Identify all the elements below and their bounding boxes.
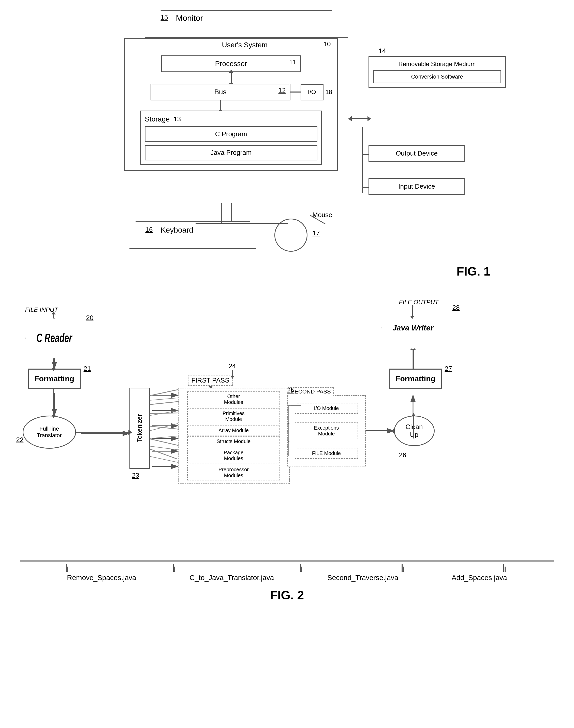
bottom-label-1: Remove_Spaces.java [67,574,136,582]
bus-num: 12 [279,86,286,94]
first-pass-label: FIRST PASS [188,375,233,386]
svg-line-23 [149,456,179,463]
users-system-box: User's System 10 Processor 11 [124,38,338,171]
storage-box: Storage 13 C Program Java Program [140,111,322,165]
storage-label: Storage [145,115,170,123]
io-label: I/O [308,88,316,95]
full-line-num: 22 [16,436,24,444]
page-container: 15 Monitor User's System 10 Processor 11 [10,10,564,602]
keyboard-num: 16 [146,226,153,233]
formatting-left-box: Formatting [28,369,81,389]
tokenizer-label: Tokenizer [135,414,144,442]
conversion-software-box: Conversion Software [373,70,501,83]
first-pass-box: OtherModules PrimitivesModule Array Modu… [178,388,290,484]
file-output-label: FILE OUTPUT [399,299,439,306]
full-line-translator-oval: Full-lineTranslator [23,416,76,448]
input-device-box: Input Device [369,178,465,195]
java-writer-num: 28 [452,304,460,312]
fig1-diagram: 15 Monitor User's System 10 Processor 11 [109,10,465,259]
users-system-label: User's System [222,41,268,49]
bottom-label-4: Add_Spaces.java [452,574,507,582]
bottom-label-3: Second_Traverse.java [327,574,398,582]
storage-num: 13 [173,115,181,123]
cleanup-label: CleanUp [406,423,423,439]
package-modules: PackageModules [187,447,280,463]
removable-storage-label: Removable Storage Medium [373,60,501,68]
svg-line-18 [149,398,179,400]
formatting-left-label: Formatting [34,375,74,383]
java-program-box: Java Program [145,145,317,160]
formatting-right-box: Formatting [389,369,442,389]
bus-box: Bus 12 [151,84,290,100]
structs-module: Structs Module [187,436,280,446]
fig2-bottom-labels: Remove_Spaces.java C_to_Java_Translator.… [20,574,554,582]
bus-label: Bus [214,88,227,96]
java-writer-diamond: Java Writer [381,306,445,349]
mouse-num: 17 [313,229,320,237]
second-pass-num: 25 [287,386,294,394]
removable-storage-num: 14 [379,47,386,55]
c-reader-num: 20 [86,314,93,322]
java-writer-label: Java Writer [393,324,434,332]
file-module: FILE Module [295,448,358,459]
monitor-shape: 15 Monitor [145,10,348,38]
fig1-container: 15 Monitor User's System 10 Processor 11 [58,10,516,279]
monitor-label: Monitor [176,13,203,23]
formatting-left-num: 21 [84,365,91,373]
full-line-translator-label: Full-lineTranslator [37,426,62,439]
other-modules: OtherModules [187,391,280,407]
processor-label: Processor [215,60,247,68]
primitives-module: PrimitivesModule [187,409,280,424]
svg-line-22 [149,446,179,450]
io-box: I/O [300,84,324,100]
c-reader-label: C Reader [36,331,72,345]
array-module: Array Module [187,426,280,435]
bottom-label-2: C_to_Java_Translator.java [190,574,274,582]
preprocessor-modules: PreprocessorModules [187,465,280,480]
tokenizer-num: 23 [132,472,139,479]
fig2-label: FIG. 2 [270,588,304,602]
first-pass-num: 24 [229,362,236,370]
output-device-box: Output Device [369,145,465,162]
io-module: I/O Module [295,403,358,414]
formatting-right-num: 27 [445,365,452,373]
io-num: 18 [326,88,332,95]
users-system-num: 10 [324,40,331,48]
monitor-num: 15 [161,13,168,22]
fig2-container: FILE INPUT C Reader 20 Formatting 21 Ful… [20,294,554,602]
keyboard-label: Keyboard [161,226,193,234]
processor-num: 11 [289,58,296,66]
svg-line-21 [149,436,179,438]
bottom-ticks [20,561,554,572]
c-reader-diamond: C Reader [25,318,84,358]
fig1-label: FIG. 1 [456,264,490,279]
formatting-right-label: Formatting [396,375,436,383]
cleanup-num: 26 [399,451,406,459]
second-pass-label: SECOND PASS [288,387,334,396]
fig2-diagram: FILE INPUT C Reader 20 Formatting 21 Ful… [20,294,554,560]
c-program-box: C Program [145,126,317,142]
removable-storage-outer: Removable Storage Medium Conversion Soft… [369,56,506,88]
tokenizer-box: Tokenizer [129,388,150,469]
cleanup-oval: CleanUp [394,416,435,446]
exceptions-module: ExceptionsModule [295,423,358,439]
keyboard-shape: 16 Keyboard [129,221,257,249]
